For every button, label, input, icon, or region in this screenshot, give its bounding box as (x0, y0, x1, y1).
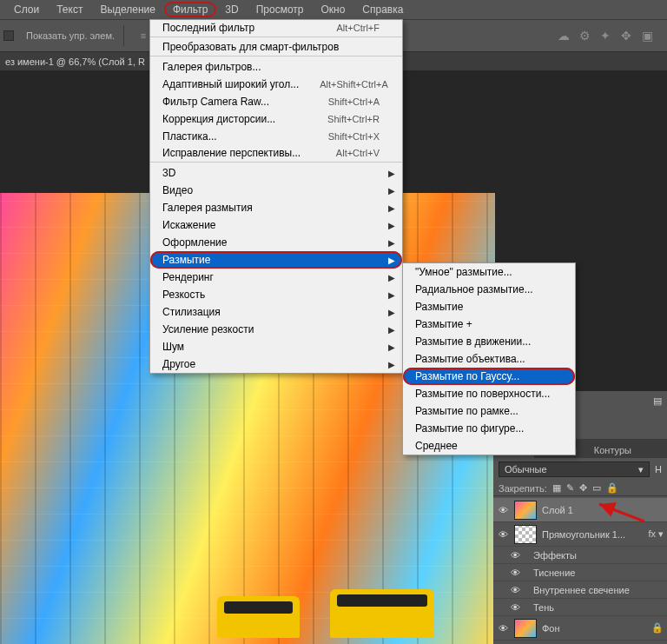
visibility-icon[interactable]: 👁 (497, 623, 509, 634)
filter-menu-item[interactable]: Стилизация▶ (150, 303, 402, 321)
snap-icon[interactable]: ✦ (598, 28, 613, 43)
blur-submenu-item[interactable]: Размытие объектива... (403, 350, 575, 368)
layer-thumbnail[interactable] (514, 501, 537, 520)
layer-thumbnail[interactable] (514, 619, 537, 638)
lock-label: Закрепить: (499, 483, 547, 494)
camera-icon[interactable]: ▣ (639, 28, 655, 43)
visibility-icon[interactable]: 👁 (509, 550, 521, 561)
menu-item-просмотр[interactable]: Просмотр (248, 2, 313, 17)
filter-menu-item[interactable]: Пластика...Shift+Ctrl+X (150, 128, 402, 145)
move-icon[interactable]: ✥ (618, 28, 634, 43)
filter-menu-item[interactable]: Искажение▶ (150, 216, 402, 234)
blur-submenu-item[interactable]: Размытие по рамке... (403, 402, 575, 420)
layer-name: Фон (542, 623, 646, 634)
chevron-right-icon: ▶ (388, 203, 395, 213)
filter-menu-item[interactable]: Исправление перспективы...Alt+Ctrl+V (150, 145, 402, 163)
fx-badge[interactable]: fx ▾ (648, 528, 664, 540)
chevron-down-icon: ▾ (638, 464, 644, 475)
filter-menu-item[interactable]: Галерея размытия▶ (150, 199, 402, 216)
layer-row[interactable]: 👁Прямоугольник 1...fx ▾ (493, 522, 667, 547)
blur-submenu-item[interactable]: Размытие в движении... (403, 333, 575, 350)
filter-menu-item[interactable]: Рендеринг▶ (150, 269, 402, 286)
effect-name: Эффекты (533, 550, 577, 561)
visibility-icon[interactable]: 👁 (509, 602, 521, 613)
chevron-right-icon: ▶ (388, 169, 395, 178)
menu-item-окно[interactable]: Окно (312, 2, 353, 17)
filter-menu-item[interactable]: Усиление резкости▶ (150, 321, 402, 338)
blur-submenu-item[interactable]: Размытие по фигуре... (403, 420, 575, 437)
chevron-right-icon: ▶ (388, 238, 395, 248)
menu-item-справка[interactable]: Справка (353, 2, 412, 17)
blur-submenu: "Умное" размытие...Радиальное размытие..… (402, 262, 576, 455)
filter-menu-item[interactable]: Другое▶ (150, 355, 402, 373)
filter-menu-item[interactable]: Размытие▶ (150, 251, 402, 269)
menu-item-фильтр[interactable]: Фильтр (164, 2, 216, 17)
effect-name: Тиснение (533, 568, 575, 578)
blur-submenu-item[interactable]: "Умное" размытие... (403, 263, 575, 281)
lock-pixels-icon[interactable]: ▦ (552, 482, 561, 494)
blur-submenu-item[interactable]: Размытие + (403, 315, 575, 333)
layer-effect-row[interactable]: 👁Эффекты (493, 547, 667, 564)
filter-menu-item[interactable]: 3D▶ (150, 164, 402, 182)
blur-submenu-item[interactable]: Радиальное размытие... (403, 281, 575, 298)
panel-menu-icon[interactable]: ▤ (653, 395, 662, 407)
filter-menu-item[interactable]: Коррекция дисторсии...Shift+Ctrl+R (150, 110, 402, 128)
layer-effect-row[interactable]: 👁Тень (493, 599, 667, 616)
blend-mode-value: Обычные (505, 464, 547, 475)
filter-menu-item[interactable]: Фильтр Camera Raw...Shift+Ctrl+A (150, 93, 402, 110)
visibility-icon[interactable]: 👁 (497, 529, 509, 540)
filter-menu-item[interactable]: Резкость▶ (150, 286, 402, 303)
chevron-right-icon: ▶ (388, 256, 395, 265)
visibility-icon[interactable]: 👁 (497, 505, 509, 515)
layer-list: 👁Слой 1👁Прямоугольник 1...fx ▾👁Эффекты👁Т… (493, 496, 667, 641)
filter-menu-item[interactable]: Видео▶ (150, 182, 402, 199)
chevron-right-icon: ▶ (388, 342, 395, 352)
filter-menu-item[interactable]: Оформление▶ (150, 234, 402, 251)
show-handles-checkbox[interactable] (3, 30, 14, 41)
cloud-icon[interactable]: ☁ (556, 28, 571, 43)
menu-item-3d[interactable]: 3D (216, 2, 247, 17)
gear-icon[interactable]: ⚙ (577, 28, 592, 43)
visibility-icon[interactable]: 👁 (509, 568, 521, 578)
layer-effect-row[interactable]: 👁Тиснение (493, 564, 667, 581)
chevron-right-icon: ▶ (388, 221, 395, 230)
blur-submenu-item[interactable]: Размытие по Гауссу... (403, 368, 575, 385)
filter-menu: Последний фильтрAlt+Ctrl+FПреобразовать … (149, 19, 403, 374)
blend-mode-select[interactable]: Обычные ▾ (499, 461, 650, 477)
filter-menu-item[interactable]: Адаптивный широкий угол...Alt+Shift+Ctrl… (150, 76, 402, 93)
chevron-right-icon: ▶ (388, 360, 395, 369)
chevron-right-icon: ▶ (388, 290, 395, 300)
menu-item-текст[interactable]: Текст (48, 2, 91, 17)
layers-panel: СлоиКаналыКонтуры Обычные ▾ Н Закрепить:… (493, 439, 667, 644)
chevron-right-icon: ▶ (388, 186, 395, 196)
blur-submenu-item[interactable]: Размытие по поверхности... (403, 385, 575, 402)
layer-name: Прямоугольник 1... (542, 529, 643, 540)
layer-row[interactable]: 👁Фон🔒 (493, 616, 667, 641)
filter-menu-item[interactable]: Последний фильтрAlt+Ctrl+F (150, 20, 402, 37)
layer-thumbnail[interactable] (514, 525, 537, 544)
lock-move-icon[interactable]: ✥ (579, 482, 587, 494)
chevron-right-icon: ▶ (388, 325, 395, 335)
filter-menu-item[interactable]: Шум▶ (150, 338, 402, 355)
filter-menu-item[interactable]: Преобразовать для смарт-фильтров (150, 39, 402, 56)
menu-item-слои[interactable]: Слои (5, 2, 48, 17)
chevron-right-icon: ▶ (388, 273, 395, 282)
blur-submenu-item[interactable]: Среднее (403, 437, 575, 455)
menu-item-выделение[interactable]: Выделение (91, 2, 164, 17)
filter-menu-item[interactable]: Галерея фильтров... (150, 58, 402, 76)
lock-brush-icon[interactable]: ✎ (566, 482, 574, 494)
layer-row[interactable]: 👁Слой 1 (493, 498, 667, 522)
blur-submenu-item[interactable]: Размытие (403, 298, 575, 315)
visibility-icon[interactable]: 👁 (509, 585, 521, 595)
effect-name: Тень (533, 602, 554, 613)
effect-name: Внутреннее свечение (533, 585, 630, 595)
show-handles-label: Показать упр. элем. (26, 30, 115, 41)
lock-icon: 🔒 (651, 622, 664, 634)
menu-bar: СлоиТекстВыделениеФильтр3DПросмотрОкноСп… (0, 0, 667, 19)
lock-artboard-icon[interactable]: ▭ (592, 482, 601, 494)
chevron-right-icon: ▶ (388, 308, 395, 317)
layer-effect-row[interactable]: 👁Внутреннее свечение (493, 581, 667, 599)
tab-контуры[interactable]: Контуры (585, 442, 640, 458)
layer-name: Слой 1 (542, 505, 664, 515)
lock-all-icon[interactable]: 🔒 (606, 482, 618, 494)
